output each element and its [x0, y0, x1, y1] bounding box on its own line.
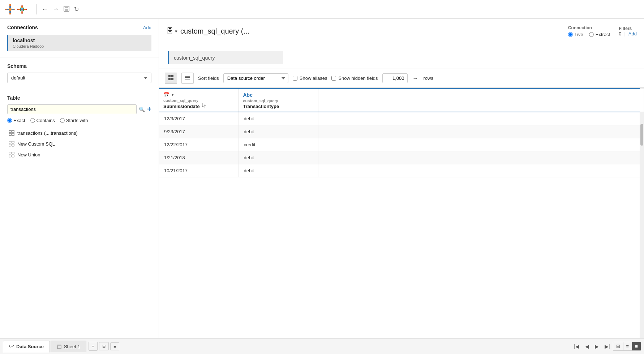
exact-filter-option[interactable]: Exact: [7, 118, 25, 123]
list-item-new-union[interactable]: New Union: [7, 149, 151, 160]
table-search-input[interactable]: [7, 104, 137, 114]
refresh-button[interactable]: ↻: [72, 4, 81, 14]
live-option[interactable]: Live: [568, 32, 583, 37]
svg-rect-29: [9, 144, 11, 146]
nav-first-button[interactable]: |◀: [572, 342, 581, 351]
table-toolbar: Sort fields Data source order Name ascen…: [159, 69, 644, 88]
show-hidden-checkbox[interactable]: [331, 76, 336, 81]
col-type-dropdown-date[interactable]: ▾: [172, 92, 174, 97]
show-hidden-option[interactable]: Show hidden fields: [331, 75, 378, 81]
bottom-compact-view-button[interactable]: ■: [632, 342, 641, 350]
contains-label: Contains: [37, 118, 55, 123]
tableau-logo: [4, 4, 16, 15]
list-view-button[interactable]: [181, 73, 194, 84]
starts-with-filter-option[interactable]: Starts with: [60, 118, 88, 123]
list-item-transactions[interactable]: transactions (....transactions): [7, 128, 151, 138]
grid-view-button[interactable]: [165, 73, 177, 84]
extract-option[interactable]: Extract: [589, 32, 610, 37]
save-icon: [63, 5, 70, 12]
col-header-empty: [318, 88, 644, 112]
cell-empty: [318, 164, 644, 177]
union-icon: [9, 152, 14, 157]
show-aliases-option[interactable]: Show aliases: [293, 75, 327, 81]
content-panel: 🗄 ▾ custom_sql_query (... Connection Liv…: [159, 19, 644, 338]
datasource-dropdown-button[interactable]: ▾: [175, 29, 177, 34]
add-sheet-button[interactable]: +: [89, 342, 98, 351]
svg-rect-36: [171, 75, 173, 77]
col-sort-submissiondate[interactable]: [202, 103, 206, 109]
svg-rect-35: [168, 75, 171, 77]
svg-rect-32: [12, 152, 14, 154]
scrollbar-thumb[interactable]: [640, 124, 643, 146]
add-table-button[interactable]: +: [147, 105, 151, 113]
rows-input[interactable]: 1,000: [382, 73, 408, 83]
svg-rect-26: [12, 133, 14, 135]
svg-rect-40: [185, 77, 190, 78]
bottom-grid-view-button[interactable]: ⊞: [613, 342, 623, 350]
header-right: Connection Live Extract Filters: [568, 25, 637, 37]
table-row: 9/23/2017debit: [159, 125, 644, 138]
cell-submissiondate: 9/23/2017: [159, 125, 239, 138]
cell-transactiontype: debit: [239, 151, 318, 164]
bottom-view-buttons: ⊞ ≡ ■: [613, 342, 641, 351]
svg-point-11: [21, 6, 23, 7]
abc-icon: Abc: [243, 92, 253, 98]
col-source-submissiondate: custom_sql_query: [163, 98, 234, 103]
svg-rect-18: [20, 10, 21, 11]
tab-sheet1[interactable]: Sheet 1: [51, 341, 86, 352]
contains-radio[interactable]: [30, 118, 35, 123]
bottom-list-view-button[interactable]: ≡: [623, 342, 632, 350]
add-story-button[interactable]: ≡: [110, 342, 119, 350]
save-button[interactable]: [61, 4, 72, 15]
svg-rect-31: [9, 152, 11, 154]
svg-rect-37: [168, 78, 171, 80]
col-name-row-transactiontype: Transactiontype: [243, 104, 314, 109]
back-button[interactable]: ←: [39, 4, 50, 14]
new-custom-sql-label: New Custom SQL: [17, 141, 55, 147]
add-dashboard-button[interactable]: ⊞: [99, 342, 109, 350]
nav-prev-button[interactable]: ◀: [583, 342, 591, 351]
forward-button[interactable]: →: [50, 4, 61, 14]
schema-label: Schema: [7, 63, 151, 69]
filters-add-link[interactable]: Add: [628, 31, 637, 36]
tableau-logo: [16, 3, 28, 16]
col-name-transactiontype: Transactiontype: [243, 104, 279, 109]
connection-item-localhost[interactable]: localhost Cloudera Hadoop: [7, 35, 151, 51]
scrollbar-track[interactable]: [640, 88, 644, 338]
svg-rect-39: [185, 76, 190, 77]
nav-next-button[interactable]: ▶: [593, 342, 601, 351]
table-row: 12/3/2017debit: [159, 112, 644, 125]
extract-radio[interactable]: [589, 32, 594, 37]
filter-row: Exact Contains Starts with: [7, 118, 151, 123]
svg-rect-25: [9, 133, 11, 135]
top-toolbar: ← → ↻: [0, 0, 644, 19]
contains-filter-option[interactable]: Contains: [30, 118, 55, 123]
col-type-row-date: 📅 ▾: [163, 92, 234, 98]
filters-group: Filters 0 | Add: [619, 26, 637, 36]
data-table-container: 📅 ▾ custom_sql_query Submissiondate: [159, 88, 644, 338]
datasource-name: custom_sql_query (...: [180, 27, 249, 35]
live-radio[interactable]: [568, 32, 573, 37]
rows-label: rows: [424, 75, 433, 81]
sort-icon: [202, 103, 206, 108]
exact-label: Exact: [13, 118, 25, 123]
table-row: 12/22/2017credit: [159, 138, 644, 151]
svg-rect-38: [171, 78, 173, 80]
connection-options: Live Extract: [568, 32, 610, 37]
schema-select[interactable]: default public information_schema: [7, 73, 151, 83]
add-connection-link[interactable]: Add: [143, 25, 151, 30]
tab-data-source[interactable]: Data Source: [3, 341, 50, 353]
exact-radio[interactable]: [7, 118, 12, 123]
svg-rect-27: [9, 141, 11, 143]
cell-transactiontype: credit: [239, 138, 318, 151]
svg-rect-30: [12, 144, 14, 146]
table-section: Table 🔍 + Exact Contains Starts with: [0, 89, 159, 166]
nav-last-button[interactable]: ▶|: [602, 342, 612, 351]
datasource-db-icon: 🗄: [166, 27, 173, 35]
list-item-new-custom-sql[interactable]: New Custom SQL: [7, 138, 151, 149]
starts-with-radio[interactable]: [60, 118, 65, 123]
sheet1-tab-label: Sheet 1: [64, 344, 80, 349]
sql-query-display[interactable]: custom_sql_query: [168, 51, 283, 64]
sort-select[interactable]: Data source order Name ascending Name de…: [223, 73, 288, 83]
show-aliases-checkbox[interactable]: [293, 76, 297, 81]
